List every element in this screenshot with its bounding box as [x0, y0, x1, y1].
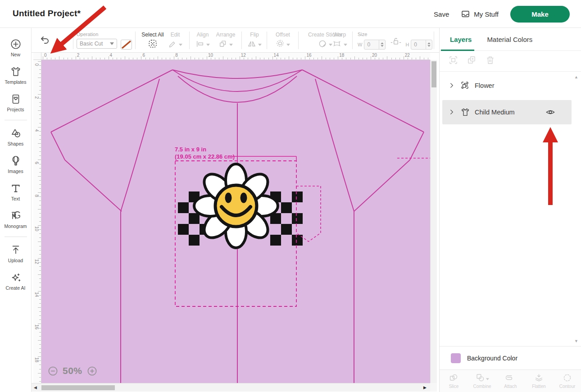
ruler-tick	[39, 250, 41, 251]
ruler-tick	[39, 319, 41, 320]
ruler-tick	[281, 58, 281, 59]
flip-button[interactable]: Flip	[245, 32, 264, 50]
ruler-tick	[145, 58, 146, 59]
sidebar-item-images[interactable]: Images	[0, 151, 31, 178]
trash-icon[interactable]	[486, 55, 495, 67]
ruler-tick	[313, 58, 314, 59]
panel-scroll-down-icon[interactable]: ▼	[574, 339, 578, 343]
ruler-tick	[39, 147, 41, 148]
ruler-tick	[383, 58, 383, 59]
canvas-vertical-scrollbar[interactable]	[430, 60, 437, 383]
sidebar-item-shapes[interactable]: Shapes	[0, 123, 31, 151]
ruler-tick	[39, 332, 41, 333]
vertical-scroll-thumb[interactable]	[431, 61, 436, 87]
ruler-tick	[38, 176, 41, 177]
combine-button[interactable]: Combine	[468, 370, 496, 392]
background-color-swatch[interactable]	[451, 353, 461, 363]
slice-button[interactable]: Slice	[440, 370, 468, 392]
arrange-button[interactable]: Arrange	[213, 32, 239, 50]
project-title[interactable]: Untitled Project*	[13, 9, 81, 18]
undo-button[interactable]	[40, 35, 50, 48]
height-stepper[interactable]	[426, 40, 432, 49]
height-input[interactable]: 0	[411, 40, 432, 50]
ruler-tick	[39, 151, 41, 152]
sticker-icon	[318, 39, 327, 50]
select-all-button[interactable]: Select All	[139, 32, 167, 50]
warp-button[interactable]: Warp	[328, 32, 351, 50]
left-sidebar: NewTemplatesProjectsShapesImagesTextMono…	[0, 28, 32, 392]
my-stuff-label: My Stuff	[474, 10, 499, 18]
ruler-tick	[338, 56, 338, 59]
operation-label: Operation	[77, 32, 117, 37]
align-label: Align	[197, 32, 209, 38]
ruler-number: 16	[306, 53, 311, 58]
ruler-tick	[244, 58, 244, 59]
width-stepper[interactable]	[379, 40, 385, 49]
sidebar-item-new[interactable]: New	[0, 34, 31, 62]
make-button[interactable]: Make	[510, 6, 570, 23]
tab-layers[interactable]: Layers	[450, 36, 472, 43]
design-canvas[interactable]: 7.5 in x 9 in (19.05 cm x 22.86 cm) 50%	[41, 60, 430, 383]
chevron-right-icon[interactable]	[448, 82, 456, 90]
scroll-left-arrow-icon[interactable]: ◀	[34, 385, 37, 390]
lock-open-icon[interactable]	[390, 36, 402, 47]
layer-name: Child Medium	[475, 109, 515, 116]
ruler-tick	[428, 58, 428, 59]
panel-scroll-up-icon[interactable]: ▲	[574, 75, 578, 79]
ruler-tick	[39, 188, 41, 189]
duplicate-icon[interactable]	[467, 55, 477, 67]
sidebar-item-projects[interactable]: Projects	[0, 89, 31, 117]
ruler-tick	[59, 56, 59, 59]
ruler-tick	[178, 58, 178, 59]
align-button[interactable]: Align	[193, 32, 213, 50]
ruler-tick	[39, 278, 41, 279]
canvas-horizontal-scrollbar[interactable]: ◀ ▶	[32, 383, 430, 392]
sidebar-item-text[interactable]: Text	[0, 178, 31, 206]
ruler-tick	[404, 56, 404, 59]
sidebar-item-label: Templates	[5, 79, 27, 85]
sidebar-item-templates[interactable]: Templates	[0, 62, 31, 89]
pencil-icon	[168, 40, 177, 50]
my-stuff-envelope-icon	[461, 9, 470, 18]
chevron-down-icon	[229, 44, 233, 46]
balloon-icon	[10, 155, 22, 167]
ruler-tick	[68, 58, 68, 59]
eye-icon[interactable]	[545, 107, 555, 117]
save-button[interactable]: Save	[434, 10, 449, 18]
ruler-tick	[88, 58, 88, 59]
ruler-tick	[350, 58, 351, 59]
sidebar-item-monogram[interactable]: Monogram	[0, 206, 31, 233]
ruler-tick	[268, 58, 269, 59]
group-select-icon[interactable]	[449, 55, 458, 67]
sidebar-item-create-ai[interactable]: Create AI	[0, 268, 31, 295]
attach-icon	[506, 373, 515, 383]
sidebar-divider	[5, 237, 27, 237]
ruler-tick	[195, 58, 195, 59]
ruler-tick	[211, 58, 211, 59]
operation-color-swatch[interactable]	[121, 40, 132, 50]
chevron-right-icon[interactable]	[448, 108, 456, 116]
ruler-tick	[272, 56, 273, 59]
edit-button[interactable]: Edit	[165, 32, 186, 50]
flower-design[interactable]	[178, 164, 303, 248]
scroll-right-arrow-icon[interactable]: ▶	[423, 385, 427, 390]
contour-button[interactable]: Contour	[553, 370, 581, 392]
width-input[interactable]: 0	[364, 40, 386, 50]
sidebar-item-upload[interactable]: Upload	[0, 240, 31, 268]
ruler-tick	[408, 58, 408, 59]
my-stuff-button[interactable]: My Stuff	[461, 9, 499, 18]
operation-dropdown[interactable]: Basic Cut	[77, 39, 117, 49]
ruler-tick	[346, 58, 346, 59]
zoom-in-button[interactable]	[87, 366, 97, 376]
layer-row-flower[interactable]: Flower	[442, 75, 572, 96]
horizontal-scroll-thumb[interactable]	[41, 385, 115, 390]
attach-button[interactable]: Attach	[496, 370, 525, 392]
sidebar-item-label: Shapes	[8, 141, 24, 146]
flatten-button[interactable]: Flatten	[525, 370, 553, 392]
tab-material-colors[interactable]: Material Colors	[487, 36, 532, 43]
layer-row-child-medium[interactable]: Child Medium	[442, 100, 572, 124]
offset-button[interactable]: Offset	[270, 32, 295, 50]
ruler-tick	[248, 58, 248, 59]
zoom-out-button[interactable]	[48, 366, 58, 376]
ruler-tick	[39, 295, 41, 296]
